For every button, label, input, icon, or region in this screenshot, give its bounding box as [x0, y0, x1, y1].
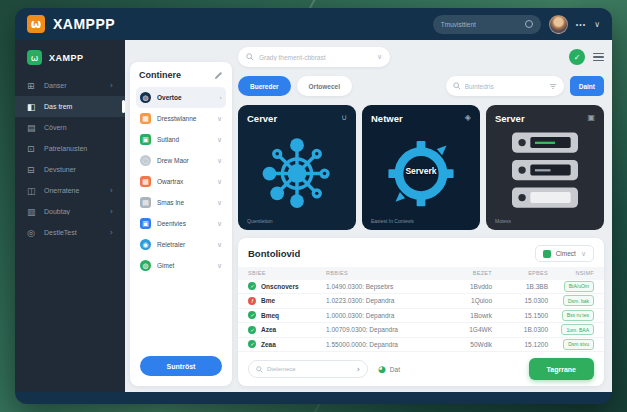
card-server[interactable]: Server ▣ [486, 105, 604, 230]
monitor-icon: ⊡ [27, 144, 37, 154]
app-title: XAMPPP [53, 16, 115, 32]
sidebar-item[interactable]: ▥ Doubtay › [15, 201, 125, 222]
chevron-right-icon: › [110, 207, 113, 216]
panel-item-active[interactable]: ◍ Overtoe › [136, 87, 226, 108]
panel-item[interactable]: ◌ Drew Maor ∨ [136, 150, 226, 171]
status-green-icon[interactable]: ✓ [569, 49, 585, 65]
panel-item[interactable]: ◉ Reletraler ∨ [136, 234, 226, 255]
panel-action-button[interactable]: Suntröst [140, 356, 222, 376]
card-corner-icon: ∪ [341, 113, 347, 122]
panel-item[interactable]: ▩ Owartrax ∨ [136, 171, 226, 192]
box-icon: ▥ [27, 207, 37, 217]
status-dot-icon: ✓ [248, 311, 256, 319]
table-row[interactable]: !Bme 1.0223.0300: Depandra 1Quioo 15.030… [238, 294, 604, 308]
topbar-pill-circle-icon [525, 20, 533, 28]
sidebar-item-label: Onerratene [44, 187, 103, 194]
global-search-input[interactable]: Grady thement-cbbrast ∨ [238, 47, 390, 67]
row-name: Bmeq [261, 312, 279, 319]
panel-item[interactable]: ▦ Dresstwlanne ∨ [136, 108, 226, 129]
sidebar-item[interactable]: ▤ Cövern [15, 117, 125, 138]
overflow-menu-icon[interactable]: ••• [576, 21, 586, 28]
panel-item-label: Owartrax [157, 178, 211, 185]
status-dot-icon: ! [248, 297, 256, 305]
search-row: Grady thement-cbbrast ∨ ✓ [238, 46, 604, 68]
chevron-down-icon: ∨ [217, 241, 222, 249]
chevron-down-icon[interactable]: ∨ [594, 20, 600, 29]
panel-item[interactable]: ◍ Gimet ∨ [136, 255, 226, 276]
topbar-search-pill[interactable]: Tmuvisttient [433, 15, 541, 34]
table-filter-dropdown[interactable]: Clmect ∨ [535, 245, 594, 262]
table-search-input[interactable]: Dtelemece › [248, 360, 368, 378]
panel-item-label: Dresstwlanne [157, 115, 211, 122]
row-name: Bme [261, 297, 275, 304]
card-caption: Motess [495, 218, 511, 224]
chevron-right-icon: › [110, 81, 113, 90]
chevron-down-icon: ∨ [217, 115, 222, 123]
row-version: 1.0490.0300: Bepsebrs [326, 283, 438, 290]
table-row[interactable]: ✓Azea 1.00709.0300: Depandra 1G4WK 1B.03… [238, 323, 604, 337]
sidebar-item-label: Devstuner [44, 166, 113, 173]
pencil-icon[interactable] [214, 71, 223, 80]
sidebar-item[interactable]: ⊡ Patrelanusten [15, 138, 125, 159]
app-logo-icon: ω [27, 15, 45, 33]
card-title: Cerver [247, 113, 347, 124]
sidebar-logo-icon: ω [27, 50, 42, 65]
table-row[interactable]: ✓Onscnovers 1.0490.0300: Bepsebrs 1Bvddo… [238, 280, 604, 294]
sidebar-item[interactable]: ◫ Onerratene › [15, 180, 125, 201]
table-search-placeholder: Dtelemece [267, 366, 353, 372]
sidebar-item-label: Das trem [44, 103, 113, 110]
row-size: 1Bowrk [438, 312, 492, 319]
sidebar-item[interactable]: ⊟ Devstuner [15, 159, 125, 180]
sidebar-item[interactable]: ◎ DestleTest › [15, 222, 125, 243]
status-badge: Dsm. bak [563, 295, 594, 306]
toolbar-search-input[interactable]: Buintedris [446, 76, 564, 96]
arrow-right-icon: › [357, 365, 360, 374]
row-version: 1.00709.0300: Depandra [326, 326, 438, 333]
table-footer: Dtelemece › ◕ Dat Tagrrane [238, 352, 604, 386]
panel-item[interactable]: ▣ Sutland ∨ [136, 129, 226, 150]
row-size: 1Quioo [438, 297, 492, 304]
menu-icon[interactable] [593, 53, 604, 62]
chevron-right-icon: › [219, 94, 222, 102]
card-corner-icon: ▣ [587, 113, 595, 122]
content-column: Grady thement-cbbrast ∨ ✓ Buereder Ortow… [238, 46, 604, 386]
col-header: Sbiee [248, 270, 326, 276]
card-cerver[interactable]: Cerver ∪ [238, 105, 356, 230]
card-title: Netwer [371, 113, 471, 124]
filter-primary-button[interactable]: Buereder [238, 76, 291, 96]
row-date: 1B.0300 [492, 326, 548, 333]
table-row[interactable]: ✓Zeaa 1.55000.0000: Depandra 50Wdlk 15.1… [238, 338, 604, 352]
downloads-table: Bontoliovid Clmect ∨ Sbiee Rbbies Bezet … [238, 238, 604, 386]
sidebar-item[interactable]: ⊞ Danser › [15, 75, 125, 96]
panel-item-label: Sutland [157, 136, 211, 143]
table-row[interactable]: ✓Bmeq 1.0000.0300: Depandra 1Bowrk 15.15… [238, 309, 604, 323]
container-icon: ◉ [140, 239, 151, 250]
table-primary-button[interactable]: Tagrrane [529, 358, 594, 380]
search-placeholder: Grady thement-cbbrast [259, 54, 372, 61]
row-name: Zeaa [261, 341, 276, 348]
green-square-icon [543, 250, 551, 258]
table-footer-link[interactable]: ◕ Dat [378, 364, 400, 374]
chevron-right-icon: › [110, 186, 113, 195]
sidebar-item-label: Doubtay [44, 208, 103, 215]
sidebar: ω XAMPP ⊞ Danser › ◧ Das trem ▤ Cövern ⊡… [15, 40, 125, 392]
row-name: Onscnovers [261, 283, 299, 290]
avatar[interactable] [549, 15, 568, 34]
sidebar-item-active[interactable]: ◧ Das trem [15, 96, 125, 117]
chevron-down-icon: ∨ [581, 250, 586, 258]
row-size: 50Wdlk [438, 341, 492, 348]
card-netwer[interactable]: Netwer ◈ [362, 105, 480, 230]
server-rack-diagram [499, 127, 591, 215]
panel-item[interactable]: ▣ Deentvies ∨ [136, 213, 226, 234]
panel-item[interactable]: ▤ Smas lne ∨ [136, 192, 226, 213]
chevron-down-icon: ∨ [217, 136, 222, 144]
row-size: 1G4WK [438, 326, 492, 333]
sidebar-item-label: Danser [44, 82, 103, 89]
panel-title: Continere [139, 70, 181, 80]
container-icon: ◍ [140, 92, 151, 103]
footer-link-label: Dat [390, 366, 400, 373]
filter-secondary-button[interactable]: Ortowecel [297, 76, 352, 96]
window-footer [15, 392, 612, 404]
toolbar-action-button[interactable]: Daint [570, 76, 604, 96]
bag-icon: ▤ [27, 123, 37, 133]
